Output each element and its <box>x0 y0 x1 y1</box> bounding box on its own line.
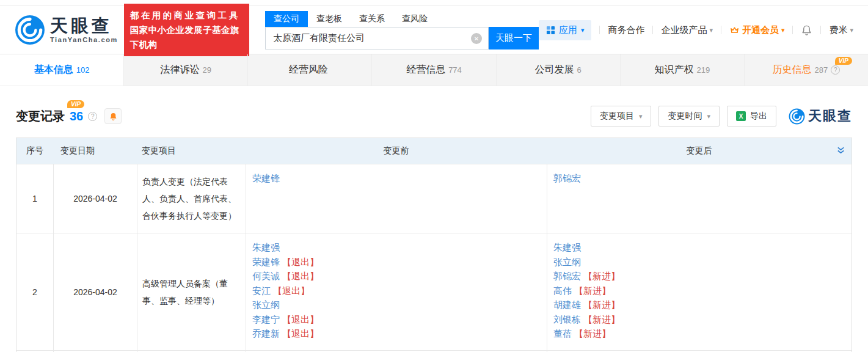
person-entry: 李建宁【退出】 <box>252 312 541 327</box>
cell-after: 朱建强张立纲郭锦宏【新进】高伟【新进】胡建雄【新进】刘银栋【新进】董蓓【新进】 <box>547 233 852 350</box>
excel-icon: X <box>736 111 746 121</box>
collapse-all-chevron-icon[interactable] <box>836 146 845 155</box>
tab-label: 知识产权 <box>654 64 693 76</box>
person-link[interactable]: 郭锦宏 <box>553 173 581 183</box>
caret-down-icon: ▾ <box>707 112 710 120</box>
person-change-tag: 【退出】 <box>282 271 319 281</box>
filter-change-time-dropdown[interactable]: 变更时间 ▾ <box>658 106 720 127</box>
person-link[interactable]: 朱建强 <box>252 242 280 252</box>
help-icon[interactable]: ? <box>88 112 97 121</box>
export-button[interactable]: X 导出 <box>727 106 776 127</box>
person-link[interactable]: 朱建强 <box>553 242 581 252</box>
site-header: 天眼查 TianYanCha.com 都在用的商业查询工具 国家中小企业发展子基… <box>0 6 868 54</box>
menu-vip[interactable]: 开通会员 ▾ <box>729 24 785 36</box>
tianyancha-swirl-icon <box>789 108 805 125</box>
search-tabs: 查公司 查老板 查关系 查风险 <box>265 10 539 27</box>
person-link[interactable]: 刘银栋 <box>553 314 581 324</box>
company-info-tabs: 基本信息 102 法律诉讼 29 经营风险 经营信息 774 公司发展 6 知识… <box>0 54 868 86</box>
person-entry: 乔建新【退出】 <box>252 326 541 341</box>
tab-count: 6 <box>577 65 582 75</box>
menu-enterprise[interactable]: 企业级产品 ▾ <box>661 24 713 36</box>
clear-icon[interactable]: ✕ <box>471 33 482 44</box>
tab-label: 历史信息 <box>773 64 812 76</box>
column-header-item: 变更项目 <box>137 138 246 164</box>
watermark-label: 天眼查 <box>808 107 852 125</box>
person-link[interactable]: 安江 <box>252 285 271 296</box>
person-link[interactable]: 胡建雄 <box>553 299 581 310</box>
caret-down-icon: ▾ <box>850 26 853 34</box>
search-tab-boss[interactable]: 查老板 <box>308 11 351 27</box>
tab-intellectual-property[interactable]: 知识产权 219 <box>620 54 744 86</box>
person-link[interactable]: 荣建锋 <box>252 173 280 183</box>
tab-operation-info[interactable]: 经营信息 774 <box>371 54 495 86</box>
tianyancha-logo[interactable]: 天眼查 TianYanCha.com <box>15 15 118 45</box>
cooperation-label: 商务合作 <box>608 24 644 36</box>
search-tab-risk[interactable]: 查风险 <box>393 11 436 27</box>
help-icon[interactable]: ? <box>831 65 840 75</box>
cell-no: 2 <box>16 233 53 350</box>
menu-user[interactable]: 费米 ▾ <box>829 24 853 36</box>
cell-date: 2026-04-02 <box>53 164 137 233</box>
username-label: 费米 <box>829 24 847 36</box>
person-link[interactable]: 高伟 <box>553 285 572 296</box>
divider <box>721 26 721 34</box>
search-button[interactable]: 天眼一下 <box>489 27 539 50</box>
table-body: 1 2026-04-02 负责人变更（法定代表人、负责人、首席代表、合伙事务执行… <box>16 164 852 350</box>
person-link[interactable]: 何美诚 <box>252 271 280 281</box>
person-link[interactable]: 张立纲 <box>553 257 581 267</box>
column-header-no: 序号 <box>16 138 53 164</box>
notification-bell-icon[interactable] <box>801 24 812 36</box>
filter-label: 变更项目 <box>600 111 634 122</box>
bell-icon <box>109 112 118 121</box>
promo-line1: 都在用的商业查询工具 <box>130 8 243 23</box>
person-link[interactable]: 董蓓 <box>553 328 572 339</box>
person-change-tag: 【退出】 <box>282 314 319 324</box>
search-input[interactable] <box>266 28 488 49</box>
person-change-tag: 【新进】 <box>583 299 620 310</box>
cell-date: 2026-04-02 <box>53 233 137 350</box>
filter-change-item-dropdown[interactable]: 变更项目 ▾ <box>591 106 652 127</box>
column-header-before: 变更前 <box>246 138 547 164</box>
table-header-row: 序号 变更日期 变更项目 变更前 变更后 <box>16 138 852 164</box>
person-entry: 何美诚【退出】 <box>252 269 541 284</box>
search-box: ✕ <box>265 27 489 50</box>
caret-down-icon: ▾ <box>581 26 585 34</box>
tab-history-info[interactable]: VIP 历史信息 287 ? <box>744 54 868 86</box>
person-entry: 郭锦宏【新进】 <box>553 269 845 284</box>
tab-count: 219 <box>696 65 710 75</box>
enterprise-label: 企业级产品 <box>661 24 707 36</box>
search-area: 查公司 查老板 查关系 查风险 ✕ 天眼一下 <box>265 10 539 50</box>
tab-company-development[interactable]: 公司发展 6 <box>496 54 620 86</box>
vip-badge: VIP <box>67 100 84 108</box>
person-link[interactable]: 郭锦宏 <box>553 271 581 281</box>
tab-operation-risk[interactable]: 经营风险 <box>247 54 371 86</box>
apps-button[interactable]: 应用 ▾ <box>539 20 592 40</box>
tianyancha-swirl-icon <box>15 15 45 45</box>
person-link[interactable]: 荣建锋 <box>252 257 280 267</box>
tab-legal[interactable]: 法律诉讼 29 <box>123 54 247 86</box>
tab-count: 29 <box>202 65 211 75</box>
tianyancha-watermark: 天眼查 <box>789 107 852 125</box>
cell-change-item: 高级管理人员备案（董事、监事、经理等） <box>137 233 246 350</box>
search-tab-company[interactable]: 查公司 <box>265 11 308 27</box>
tab-basic-info[interactable]: 基本信息 102 <box>0 54 123 86</box>
person-entry: 董蓓【新进】 <box>553 326 845 341</box>
person-entry: 刘银栋【新进】 <box>553 312 845 327</box>
cell-change-item: 负责人变更（法定代表人、负责人、首席代表、合伙事务执行人等变更） <box>137 164 246 233</box>
cell-no: 1 <box>16 164 53 233</box>
cell-before: 朱建强荣建锋【退出】何美诚【退出】安江【退出】张立纲李建宁【退出】乔建新【退出】 <box>246 233 547 350</box>
subscribe-bell-button[interactable] <box>104 108 122 124</box>
column-header-date: 变更日期 <box>53 138 137 164</box>
tab-label: 基本信息 <box>34 64 73 76</box>
person-entry: 张立纲 <box>553 255 845 270</box>
search-tab-relation[interactable]: 查关系 <box>351 11 393 27</box>
table-row: 1 2026-04-02 负责人变更（法定代表人、负责人、首席代表、合伙事务执行… <box>16 164 852 233</box>
crown-icon <box>729 25 740 35</box>
header-menu: 应用 ▾ 商务合作 企业级产品 ▾ 开通会员 ▾ 费米 <box>539 20 853 40</box>
person-link[interactable]: 乔建新 <box>252 328 280 339</box>
person-link[interactable]: 张立纲 <box>252 299 280 310</box>
filter-label: 变更时间 <box>668 111 702 122</box>
menu-cooperation[interactable]: 商务合作 <box>608 24 644 36</box>
divider <box>820 26 821 34</box>
person-link[interactable]: 李建宁 <box>252 314 280 324</box>
